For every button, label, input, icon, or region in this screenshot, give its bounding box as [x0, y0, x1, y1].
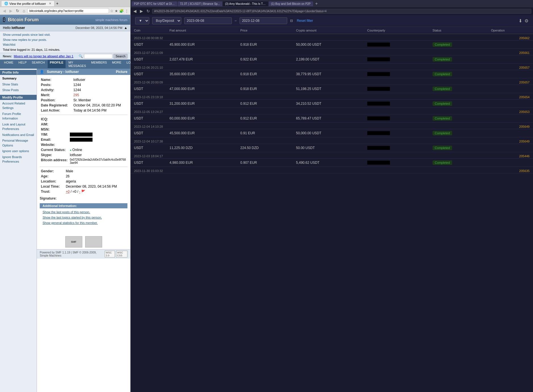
sidebar-item-summary[interactable]: Summary: [0, 76, 37, 81]
coin-cell: USDT: [131, 55, 166, 64]
status-badge: Completed: [433, 160, 452, 165]
nav-home[interactable]: HOME: [2, 60, 16, 68]
search-input[interactable]: [84, 54, 112, 58]
right-tab-1[interactable]: P2P OTC BTC for USDT at DISC...: [132, 1, 177, 6]
nav-search[interactable]: SEARCH: [30, 60, 47, 68]
calendar-icon[interactable]: ⊟: [290, 19, 293, 23]
nav-help[interactable]: HELP: [16, 60, 29, 68]
order-id-cell[interactable]: 205649: [488, 123, 533, 129]
sidebar-item-forum-profile[interactable]: Forum Profile Information: [0, 111, 37, 121]
hello-bar: Hello lotfiuser December 08, 2023, 04:14…: [0, 25, 130, 31]
merit-link[interactable]: 295: [74, 93, 79, 97]
sidebar-item-account-settings[interactable]: Account Related Settings: [0, 100, 37, 111]
last-topics-link[interactable]: Show the last topics started by this per…: [43, 215, 125, 220]
menu-icon[interactable]: ⋮: [125, 9, 129, 13]
trust-positive-link[interactable]: +0: [66, 190, 70, 194]
order-id-cell[interactable]: 205654: [488, 93, 533, 100]
table-row: USDT 45,900.000 EUR 0.918 EUR 50,000.00 …: [131, 41, 533, 49]
right-tab-4[interactable]: (1) Buy and Sell Bitcoin on P2P: [269, 1, 313, 6]
order-id-cell[interactable]: 205662: [488, 34, 533, 41]
home-button[interactable]: ⌂: [22, 8, 26, 14]
filter-date-to[interactable]: [240, 17, 287, 24]
table-row: Current Status: ● Online: [40, 147, 127, 152]
right-refresh-button[interactable]: ↻: [145, 8, 151, 14]
order-id-cell[interactable]: 205649: [488, 137, 533, 144]
profile-table: Name: lotfiuser Posts: 1244 Activity: 12…: [40, 77, 127, 113]
sidebar-item-ignore-users[interactable]: Ignore user options: [0, 148, 37, 154]
status-badge: Completed: [433, 72, 452, 76]
table-row: Email:: [40, 137, 127, 142]
order-id-cell[interactable]: 205446: [488, 152, 533, 159]
address-bar[interactable]: [27, 8, 109, 13]
table-row: Activity: 1244: [40, 87, 127, 93]
browser-tab[interactable]: 🌐 View the profile of lotfiuser ✕: [1, 1, 54, 6]
filter-date-from[interactable]: [184, 17, 232, 24]
table-row: Age: 26: [40, 174, 127, 179]
sidebar-item-show-posts[interactable]: Show Posts: [0, 87, 37, 93]
right-tab-2[interactable]: 72.3T | 3CUSDT | Binance Sp...: [178, 1, 222, 6]
right-new-tab-button[interactable]: +: [314, 1, 320, 7]
sidebar-item-look-layout[interactable]: Look and Layout Preferences: [0, 121, 37, 132]
profile-divider-2: [40, 167, 127, 167]
refresh-button[interactable]: ↻: [15, 8, 20, 14]
download-icon[interactable]: ⬇: [519, 18, 522, 24]
date-row: 2023-12-07 20:11:09205661: [131, 49, 533, 55]
news-link[interactable]: Mixers will no longer be allowed after J…: [14, 54, 73, 58]
order-id-cell[interactable]: 205657: [488, 64, 533, 70]
filter-type-select[interactable]: ▼: [135, 17, 149, 24]
show-replies-link[interactable]: Show new replies to your posts.: [3, 38, 47, 41]
watchlist-link[interactable]: Watchlist: [3, 43, 15, 46]
tab-close-icon[interactable]: ✕: [49, 2, 51, 5]
price-cell: 0.907 EUR: [237, 159, 293, 167]
filter-buysell-select[interactable]: Buy/Deposit: [152, 17, 181, 24]
table-row: USDT 11,225.00 DZD 224.50 DZD 50.00 USDT…: [131, 144, 533, 152]
general-stats-link[interactable]: Show general statistics for this member.: [43, 220, 125, 226]
local-time-value: December 08, 2023, 04:14:56 PM: [65, 184, 127, 189]
order-id-cell[interactable]: 205661: [488, 49, 533, 55]
collapse-icon[interactable]: ▲: [124, 26, 127, 30]
additional-links: Show the last posts of this person. Show…: [40, 208, 127, 227]
posts-label: Posts:: [40, 82, 72, 87]
yim-redacted: [70, 133, 93, 137]
website-label: Website:: [40, 142, 69, 147]
sidebar-item-show-stats[interactable]: Show Stats: [0, 81, 37, 87]
nav-members[interactable]: MEMBERS: [89, 60, 109, 68]
search-button[interactable]: Search: [114, 54, 127, 58]
sidebar-item-notifications[interactable]: Notifications and Email: [0, 132, 37, 138]
nav-messages[interactable]: MY MESSAGES: [66, 60, 88, 68]
sidebar-item-personal-messages[interactable]: Personal Message Options: [0, 138, 37, 148]
order-id-cell[interactable]: 205635: [488, 167, 533, 173]
back-button[interactable]: ◀: [2, 8, 7, 14]
col-crypto: Crypto amount: [293, 27, 364, 34]
profile-table-2: ICQ: AIM: MSN: YIM:: [40, 117, 127, 165]
trust-negative-link[interactable]: -: [79, 190, 80, 194]
reset-filter-button[interactable]: Reset filter: [297, 19, 313, 23]
show-unread-link[interactable]: Show unread posts since last visit.: [3, 33, 51, 36]
star-icon[interactable]: ★: [115, 9, 118, 13]
status-cell: Completed: [429, 114, 488, 123]
new-tab-button[interactable]: +: [54, 1, 60, 6]
date-reg-value: October 04, 2014, 08:02:20 PM: [72, 103, 127, 108]
status-badge: Completed: [433, 57, 452, 62]
right-forward-button[interactable]: ▶: [139, 8, 144, 14]
right-back-button[interactable]: ◀: [132, 8, 138, 14]
main-content-area: 👤 Summary - lotfiuser Picture Name: lotf…: [37, 69, 130, 392]
right-tab-3[interactable]: (3) Amy Macdonald - This Is Th...: [223, 1, 268, 6]
bookmark-icon[interactable]: ☆: [110, 9, 114, 13]
order-id-cell[interactable]: 205657: [488, 78, 533, 85]
right-address-bar[interactable]: [152, 9, 531, 14]
coin-cell: USDT: [131, 100, 166, 108]
sidebar-item-ignore-boards[interactable]: Ignore Boards Preferences: [0, 154, 37, 165]
order-id-cell[interactable]: 205653: [488, 108, 533, 114]
icq-label: ICQ:: [40, 117, 69, 122]
fiat-cell: 35,600.000 EUR: [166, 70, 237, 78]
merit-value: 295: [72, 93, 127, 98]
settings-icon[interactable]: ⚙: [524, 18, 528, 24]
right-browser-tabs: P2P OTC BTC for USDT at DISC... 72.3T | …: [131, 0, 533, 7]
nav-profile[interactable]: PROFILE: [48, 60, 66, 68]
profile-tab-picture[interactable]: Picture: [116, 70, 127, 74]
price-cell: 224.50 DZD: [237, 144, 293, 152]
nav-more[interactable]: MORE: [110, 60, 124, 68]
forward-button[interactable]: ▶: [8, 8, 14, 14]
last-posts-link[interactable]: Show the last posts of this person.: [43, 209, 125, 215]
